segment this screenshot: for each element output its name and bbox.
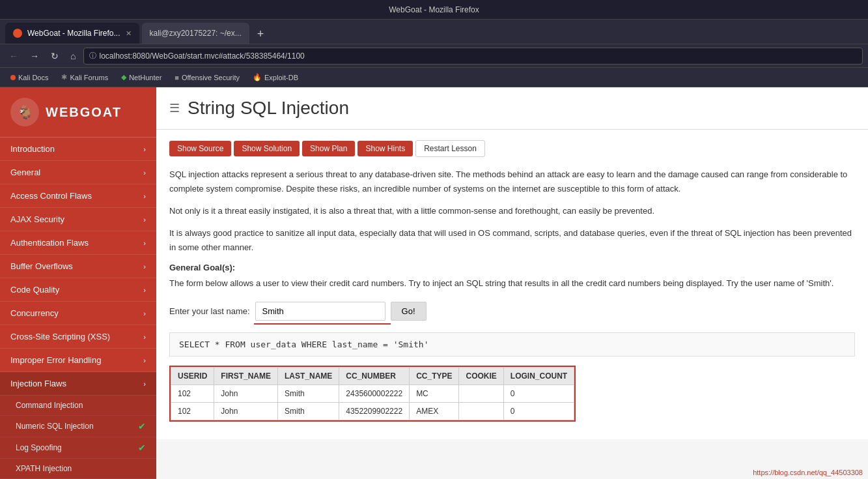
sidebar-header: 🐐 WEBGOAT (0, 87, 156, 138)
col-login-count: LOGIN_COUNT (503, 367, 574, 385)
bookmark-offensive-security-label: Offensive Security (182, 74, 240, 81)
sidebar-item-introduction[interactable]: Introduction › (0, 138, 156, 161)
back-button[interactable]: ← (5, 48, 22, 64)
show-solution-button[interactable]: Show Solution (234, 141, 300, 156)
sidebar-logo: 🐐 (10, 98, 39, 126)
bookmark-kali-forums[interactable]: ✱ Kali Forums (56, 72, 113, 83)
sidebar-nav: Introduction › General › Access Control … (0, 138, 156, 479)
show-hints-button[interactable]: Show Hints (357, 141, 413, 156)
injection-subnav: Command Injection Numeric SQL Injection … (0, 396, 156, 479)
sidebar-item-improper-error[interactable]: Improper Error Handling › (0, 349, 156, 372)
lock-icon: ⓘ (89, 51, 96, 61)
bookmark-offensive-security[interactable]: ■ Offensive Security (169, 72, 245, 83)
hamburger-icon[interactable]: ☰ (169, 101, 180, 115)
sidebar-item-ajax-security[interactable]: AJAX Security › (0, 208, 156, 231)
sidebar-item-concurrency-label: Concurrency (10, 308, 59, 318)
sidebar-item-injection-flaws[interactable]: Injection Flaws › (0, 372, 156, 396)
access-control-arrow-icon: › (143, 192, 146, 200)
sidebar: 🐐 WEBGOAT Introduction › General › Acces… (0, 87, 156, 479)
xss-arrow-icon: › (143, 333, 146, 341)
authentication-arrow-icon: › (143, 239, 146, 247)
code-quality-arrow-icon: › (143, 286, 146, 294)
ajax-arrow-icon: › (143, 216, 146, 224)
form-row: Enter your last name: Go! (169, 302, 855, 321)
sidebar-item-buffer-overflows[interactable]: Buffer Overflows › (0, 255, 156, 278)
bookmark-kali-docs-label: Kali Docs (18, 74, 48, 81)
bottom-link: https://blog.csdn.net/qq_44503308 (753, 469, 863, 476)
improper-error-arrow-icon: › (143, 356, 146, 364)
go-button[interactable]: Go! (391, 302, 427, 321)
browser-title: WebGoat - Mozilla Firefox (389, 5, 479, 14)
tab-label: WebGoat - Mozilla Firefo... (27, 29, 120, 38)
table-cell: Smith (278, 385, 339, 402)
col-cc-type: CC_TYPE (410, 367, 459, 385)
general-arrow-icon: › (143, 169, 146, 177)
logo-icon: 🐐 (17, 104, 33, 120)
table-cell: 0 (503, 385, 574, 402)
content-body: Show Source Show Solution Show Plan Show… (156, 130, 868, 439)
active-tab[interactable]: WebGoat - Mozilla Firefo... ✕ (5, 23, 139, 44)
sidebar-item-general[interactable]: General › (0, 161, 156, 184)
sidebar-item-access-control-label: Access Control Flaws (10, 191, 92, 201)
sidebar-title: WEBGOAT (46, 105, 122, 120)
description-1: SQL injection attacks represent a seriou… (169, 167, 855, 196)
sidebar-item-access-control[interactable]: Access Control Flaws › (0, 184, 156, 208)
result-table: USERID FIRST_NAME LAST_NAME CC_NUMBER CC… (171, 367, 574, 420)
show-source-button[interactable]: Show Source (169, 141, 231, 156)
subitem-log-spoofing-label: Log Spoofing (16, 443, 62, 452)
col-first-name: FIRST_NAME (214, 367, 278, 385)
content-header: ☰ String SQL Injection (156, 87, 868, 130)
bookmark-exploit-db[interactable]: 🔥 Exploit-DB (247, 72, 303, 83)
tab-bar: WebGoat - Mozilla Firefo... ✕ kali@zxy20… (0, 20, 868, 44)
address-bar-area: ← → ↻ ⌂ ⓘ localhost:8080/WebGoat/start.m… (0, 44, 868, 68)
new-tab-button[interactable]: + (252, 25, 270, 44)
result-table-container: USERID FIRST_NAME LAST_NAME CC_NUMBER CC… (169, 366, 576, 422)
col-last-name: LAST_NAME (278, 367, 339, 385)
second-tab[interactable]: kali@zxy20175227: ~/ex... (142, 23, 249, 44)
bookmark-kali-forums-label: Kali Forums (70, 74, 108, 81)
sidebar-item-concurrency[interactable]: Concurrency › (0, 302, 156, 325)
col-cc-number: CC_NUMBER (339, 367, 410, 385)
restart-lesson-button[interactable]: Restart Lesson (415, 140, 485, 157)
sidebar-item-improper-error-label: Improper Error Handling (10, 355, 101, 365)
sidebar-item-code-quality[interactable]: Code Quality › (0, 278, 156, 302)
home-button[interactable]: ⌂ (66, 48, 79, 64)
last-name-input[interactable] (255, 302, 385, 321)
reload-button[interactable]: ↻ (47, 48, 63, 64)
action-buttons: Show Source Show Solution Show Plan Show… (169, 140, 855, 157)
table-cell: AMEX (410, 402, 459, 420)
offensive-security-icon: ■ (175, 74, 179, 81)
table-cell: 2435600002222 (339, 385, 410, 402)
address-bar[interactable]: ⓘ localhost:8080/WebGoat/start.mvc#attac… (83, 48, 863, 65)
subitem-numeric-sql[interactable]: Numeric SQL Injection ✔ (0, 416, 156, 437)
bookmark-nethunter[interactable]: ◆ NetHunter (116, 72, 167, 83)
introduction-arrow-icon: › (143, 145, 146, 153)
sidebar-item-authentication-flaws[interactable]: Authentication Flaws › (0, 231, 156, 255)
subitem-command-injection-label: Command Injection (16, 401, 83, 410)
table-row: 102JohnSmith4352209902222AMEX0 (171, 402, 574, 420)
show-plan-button[interactable]: Show Plan (302, 141, 355, 156)
kali-forums-icon: ✱ (61, 73, 67, 81)
concurrency-arrow-icon: › (143, 310, 146, 317)
table-row: 102JohnSmith2435600002222MC0 (171, 385, 574, 402)
subitem-log-spoofing[interactable]: Log Spoofing ✔ (0, 437, 156, 459)
main-area: 🐐 WEBGOAT Introduction › General › Acces… (0, 87, 868, 479)
title-bar: WebGoat - Mozilla Firefox (0, 0, 868, 20)
bookmark-nethunter-label: NetHunter (129, 74, 161, 81)
address-text: localhost:8080/WebGoat/start.mvc#attack/… (99, 51, 304, 61)
sidebar-item-xss[interactable]: Cross-Site Scripting (XSS) › (0, 325, 156, 349)
forward-button[interactable]: → (26, 48, 43, 64)
description-2: Not only is it a threat easily instigate… (169, 204, 855, 218)
description-3: It is always good practice to sanitize a… (169, 226, 855, 255)
subitem-xpath-injection[interactable]: XPATH Injection (0, 459, 156, 479)
subitem-command-injection[interactable]: Command Injection (0, 396, 156, 416)
bookmark-kali-docs[interactable]: Kali Docs (5, 72, 53, 83)
tab-close-button[interactable]: ✕ (126, 29, 132, 38)
sidebar-item-code-quality-label: Code Quality (10, 285, 59, 295)
table-cell (459, 385, 503, 402)
second-tab-label: kali@zxy20175227: ~/ex... (150, 29, 242, 38)
table-cell: John (214, 402, 278, 420)
subitem-xpath-label: XPATH Injection (16, 464, 72, 473)
sidebar-item-authentication-label: Authentication Flaws (10, 238, 89, 248)
input-underline (254, 323, 391, 325)
